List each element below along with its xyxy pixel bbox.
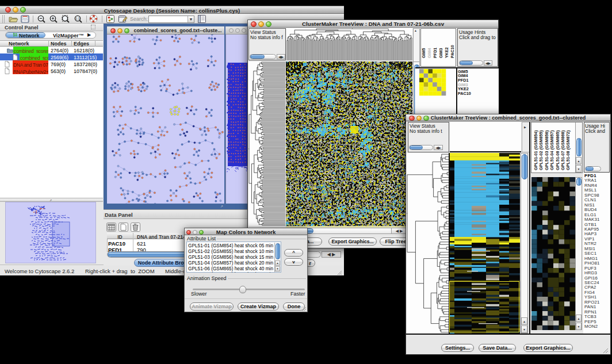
svg-text:Search:: Search:: [130, 16, 148, 22]
svg-text:1:1: 1:1: [76, 17, 80, 20]
